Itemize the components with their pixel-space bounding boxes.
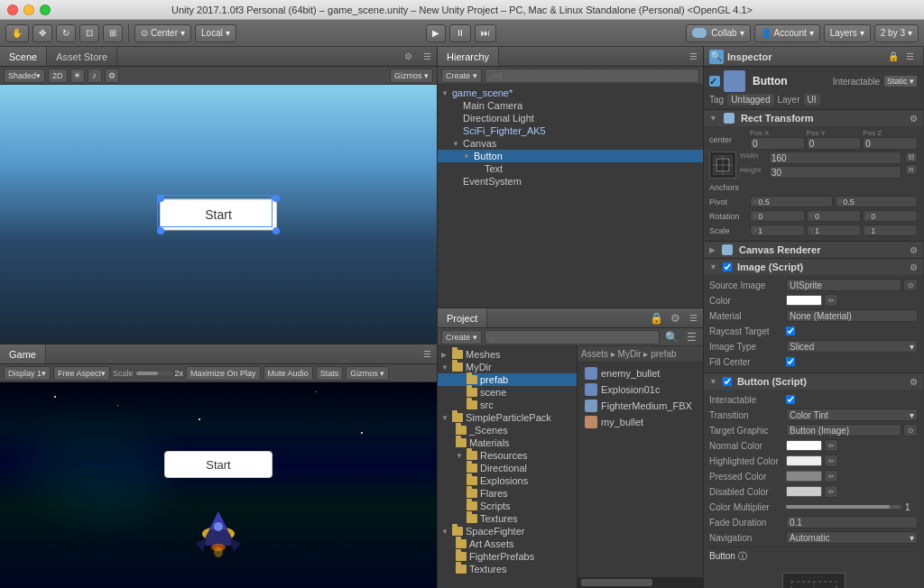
scene-light-btn[interactable]: ☀ bbox=[70, 69, 85, 83]
project-search[interactable] bbox=[485, 330, 660, 345]
insp-menu[interactable]: ☰ bbox=[902, 51, 918, 61]
pause-button[interactable]: ⏸ bbox=[449, 24, 471, 42]
hier-create-btn[interactable]: Create ▾ bbox=[441, 69, 482, 83]
normal-color-picker[interactable]: ✏ bbox=[824, 439, 838, 452]
proj-item-meshes[interactable]: ▶ Meshes bbox=[438, 348, 577, 361]
proj-item-textures-sp[interactable]: Textures bbox=[438, 512, 577, 525]
shaded-dropdown[interactable]: Shaded▾ bbox=[4, 69, 45, 83]
proj-item-mydir[interactable]: ▼ MyDir bbox=[438, 361, 577, 373]
handle-br[interactable] bbox=[273, 227, 280, 234]
fade-duration-value[interactable]: 0.1 bbox=[786, 516, 918, 528]
display-dropdown[interactable]: Display 1▾ bbox=[4, 366, 51, 381]
color-swatch[interactable] bbox=[786, 295, 822, 306]
proj-item-scripts[interactable]: Scripts bbox=[438, 500, 577, 512]
scene-settings[interactable]: ⚙ bbox=[399, 47, 418, 66]
asset-my-bullet[interactable]: my_bullet bbox=[581, 415, 699, 429]
height-value[interactable]: 30 bbox=[769, 166, 901, 179]
transition-value[interactable]: Color Tint ▾ bbox=[786, 409, 918, 421]
proj-item-resources[interactable]: ▼ Resources bbox=[438, 449, 577, 462]
game-gizmos-btn[interactable]: Gizmos ▾ bbox=[346, 366, 389, 381]
stats-btn[interactable]: Stats bbox=[316, 366, 344, 381]
tag-value[interactable]: Untagged bbox=[727, 94, 773, 106]
scene-panel-menu[interactable]: ☰ bbox=[418, 47, 437, 66]
hier-item-canvas[interactable]: ▼ Canvas bbox=[438, 137, 703, 150]
tab-hierarchy[interactable]: Hierarchy bbox=[438, 47, 499, 66]
source-image-value[interactable]: UISprite bbox=[786, 279, 901, 291]
proj-item-directional[interactable]: Directional bbox=[438, 462, 577, 474]
anchor-widget[interactable] bbox=[709, 152, 736, 179]
hier-item-game-scene[interactable]: ▼ game_scene* bbox=[438, 87, 703, 99]
color-multiplier-slider[interactable] bbox=[786, 505, 901, 509]
2d-button[interactable]: 2D bbox=[48, 69, 68, 83]
proj-item-art-assets[interactable]: Art Assets bbox=[438, 537, 577, 550]
window-controls[interactable] bbox=[7, 5, 51, 15]
interactable-checkbox[interactable] bbox=[786, 395, 795, 404]
hierarchy-search[interactable] bbox=[485, 69, 699, 83]
scale-z[interactable]: Z 1 bbox=[863, 225, 918, 236]
rot-x[interactable]: X 0 bbox=[750, 210, 805, 222]
hier-item-text[interactable]: Text bbox=[438, 162, 703, 175]
proj-item-spacefighter[interactable]: ▼ SpaceFighter bbox=[438, 525, 577, 537]
pivot-x[interactable]: X 0.5 bbox=[750, 196, 833, 207]
navigation-value[interactable]: Automatic ▾ bbox=[786, 531, 918, 544]
bs-settings-icon[interactable]: ⚙ bbox=[910, 377, 918, 387]
layers-button[interactable]: Layers ▾ bbox=[824, 24, 871, 42]
highlighted-color-swatch[interactable] bbox=[786, 455, 822, 466]
proj-item-src[interactable]: src bbox=[438, 399, 577, 411]
rotate-tool-button[interactable]: ↻ bbox=[56, 24, 76, 42]
tab-project[interactable]: Project bbox=[438, 308, 487, 327]
gizmos-dropdown[interactable]: Gizmos ▾ bbox=[390, 69, 433, 83]
maximize-on-play-btn[interactable]: Maximize On Play bbox=[186, 366, 261, 381]
tab-scene[interactable]: Scene bbox=[0, 47, 47, 66]
cr-settings-icon[interactable]: ⚙ bbox=[910, 245, 918, 255]
pivot-y[interactable]: Y 0.5 bbox=[835, 196, 918, 207]
layer-value[interactable]: UI bbox=[804, 94, 820, 106]
project-scrollbar[interactable] bbox=[578, 577, 703, 588]
scrollbar-thumb[interactable] bbox=[581, 579, 652, 586]
rot-y[interactable]: Y 0 bbox=[807, 210, 862, 222]
scene-viewport[interactable]: Start bbox=[0, 85, 437, 344]
game-viewport[interactable]: Start bbox=[0, 382, 437, 588]
color-picker-icon[interactable]: ✏ bbox=[824, 294, 838, 307]
canvas-renderer-header[interactable]: ▶ Canvas Renderer ⚙ bbox=[704, 242, 923, 258]
hier-item-scifi-fighter[interactable]: SciFi_Fighter_AK5 bbox=[438, 124, 703, 137]
target-graphic-picker[interactable]: ⊙ bbox=[903, 424, 918, 436]
handle-tr[interactable] bbox=[273, 195, 280, 202]
pivot-local-dropdown[interactable]: Local ▾ bbox=[195, 24, 236, 42]
posx-value[interactable]: 0 bbox=[750, 137, 805, 150]
hier-item-dir-light[interactable]: Directional Light bbox=[438, 112, 703, 124]
pressed-color-swatch[interactable] bbox=[786, 471, 822, 482]
game-panel-menu[interactable]: ☰ bbox=[418, 345, 437, 363]
layout-button[interactable]: 2 by 3 ▾ bbox=[874, 24, 919, 42]
raycast-checkbox[interactable] bbox=[786, 326, 795, 335]
hier-item-eventsystem[interactable]: EventSystem bbox=[438, 175, 703, 188]
proj-item-materials[interactable]: Materials bbox=[438, 436, 577, 449]
proj-search-icon[interactable]: 🔍 bbox=[662, 331, 681, 344]
collab-button[interactable]: Collab ▾ bbox=[686, 24, 750, 42]
is-settings-icon[interactable]: ⚙ bbox=[910, 262, 918, 272]
posz-value[interactable]: 0 bbox=[863, 137, 918, 150]
scale-slider[interactable] bbox=[136, 372, 172, 375]
scale-y[interactable]: Y 1 bbox=[807, 225, 862, 236]
tab-game[interactable]: Game bbox=[0, 345, 46, 363]
rt-settings-icon[interactable]: ⚙ bbox=[910, 114, 918, 124]
hier-menu[interactable]: ☰ bbox=[684, 47, 703, 66]
asset-explosion01c[interactable]: Explosion01c bbox=[581, 382, 699, 397]
disabled-color-picker[interactable]: ✏ bbox=[824, 485, 838, 498]
rt-icon-lock[interactable]: ⛓ bbox=[905, 152, 918, 162]
disabled-color-swatch[interactable] bbox=[786, 486, 822, 497]
fill-center-checkbox[interactable] bbox=[786, 357, 795, 366]
rot-z[interactable]: Z 0 bbox=[863, 210, 918, 222]
proj-item-explosions[interactable]: Explosions bbox=[438, 474, 577, 487]
is-enable-checkbox[interactable] bbox=[723, 262, 732, 271]
pressed-color-picker[interactable]: ✏ bbox=[824, 470, 838, 482]
move-tool-button[interactable]: ✥ bbox=[32, 24, 52, 42]
bs-enable-checkbox[interactable] bbox=[723, 377, 732, 386]
asset-fighter-fbx[interactable]: FighterMedium_FBX bbox=[581, 399, 699, 413]
asset-enemy-bullet[interactable]: enemy_bullet bbox=[581, 366, 699, 381]
button-script-header[interactable]: ▼ Button (Script) ⚙ bbox=[704, 373, 923, 390]
source-image-picker[interactable]: ⊙ bbox=[903, 279, 918, 291]
proj-item-fighter-prefabs[interactable]: FighterPrefabs bbox=[438, 550, 577, 563]
handle-tl[interactable] bbox=[157, 195, 164, 202]
proj-item-scene[interactable]: scene bbox=[438, 386, 577, 399]
